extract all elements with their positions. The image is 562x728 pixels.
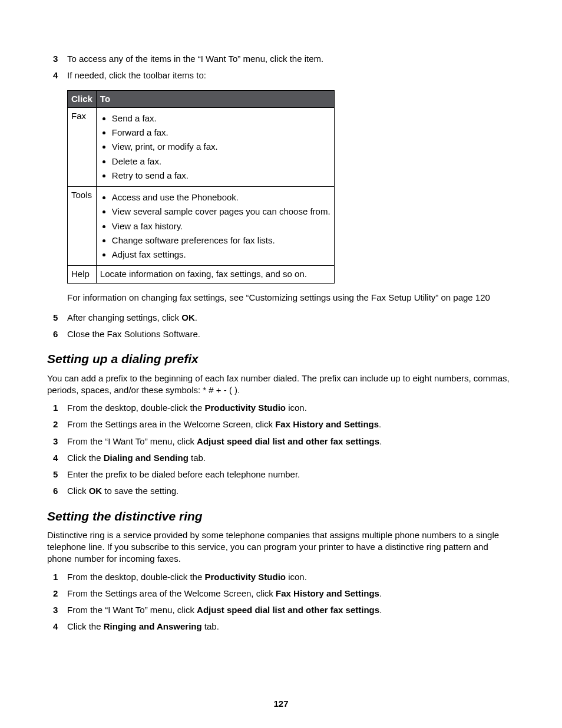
s2-step-4: 4 Click the Ringing and Answering tab. [67, 621, 515, 633]
list-item: Change software preferences for fax list… [112, 235, 330, 246]
step-text-bold: Adjust speed dial list and other fax set… [197, 605, 379, 615]
toolbar-table: Click To Fax Send a fax. Forward a fax. … [67, 90, 335, 284]
table-row-help: Help Locate information on faxing, fax s… [68, 266, 335, 283]
fax-list: Send a fax. Forward a fax. View, print, … [100, 113, 330, 182]
step-text-post: . [379, 588, 382, 598]
cell-fax-label: Fax [68, 107, 97, 186]
list-item: Adjust fax settings. [112, 249, 330, 261]
step-text-pre: Click the [67, 621, 104, 631]
list-item: View a fax history. [112, 220, 330, 232]
intro-distinctive-ring: Distinctive ring is a service provided b… [47, 529, 515, 565]
intro-dialing-prefix: You can add a prefix to the beginning of… [47, 373, 515, 397]
header-click: Click [68, 90, 97, 107]
step-5: 5 After changing settings, click OK. [67, 312, 515, 324]
cell-tools-content: Access and use the Phonebook. View sever… [96, 187, 334, 266]
step-text-post: icon. [286, 572, 307, 582]
step-number: 3 [53, 436, 58, 447]
step-number: 4 [53, 621, 58, 633]
step-4: 4 If needed, click the toolbar items to: [67, 70, 515, 81]
step-number: 2 [53, 419, 58, 430]
step-text-bold: Adjust speed dial list and other fax set… [197, 436, 379, 446]
after-table-note: For information on changing fax settings… [67, 292, 515, 304]
toolbar-table-block: Click To Fax Send a fax. Forward a fax. … [67, 90, 515, 284]
step-number: 6 [53, 485, 58, 497]
step-number: 4 [53, 452, 58, 464]
page-number: 127 [47, 698, 515, 710]
cell-help-content: Locate information on faxing, fax settin… [96, 266, 334, 283]
step-text-post: . [379, 605, 382, 615]
header-to: To [96, 90, 334, 107]
step-text-bold: Productivity Studio [204, 403, 286, 413]
s2-step-1: 1 From the desktop, double-click the Pro… [67, 571, 515, 583]
table-row-tools: Tools Access and use the Phonebook. View… [68, 187, 335, 266]
step-text-post: . [379, 419, 381, 429]
step-number: 3 [53, 53, 58, 65]
step-text-post: tab. [202, 621, 219, 631]
heading-distinctive-ring: Setting the distinctive ring [47, 508, 515, 525]
step-text-bold: Dialing and Sending [104, 453, 189, 463]
step-list-section1: 1 From the desktop, double-click the Pro… [47, 402, 515, 498]
step-number: 5 [53, 312, 58, 324]
step-text-pre: From the desktop, double-click the [67, 403, 204, 413]
list-item: Forward a fax. [112, 127, 330, 139]
step-6: 6 Close the Fax Solutions Software. [67, 328, 515, 340]
s1-step-1: 1 From the desktop, double-click the Pro… [67, 402, 515, 414]
table-row-fax: Fax Send a fax. Forward a fax. View, pri… [68, 107, 335, 186]
step-text-bold: OK [181, 312, 195, 322]
step-number: 6 [53, 328, 58, 340]
list-item: Send a fax. [112, 113, 330, 124]
step-list-top: 3 To access any of the items in the “I W… [47, 53, 515, 82]
step-text-pre: From the “I Want To” menu, click [67, 436, 197, 446]
cell-help-label: Help [68, 266, 97, 283]
step-text: Enter the prefix to be dialed before eac… [67, 469, 300, 479]
step-text-post: . [195, 312, 197, 322]
heading-dialing-prefix: Setting up a dialing prefix [47, 351, 515, 367]
step-text-post: to save the setting. [102, 486, 178, 496]
s2-step-2: 2 From the Settings area of the Welcome … [67, 588, 515, 599]
step-text-post: tab. [189, 453, 206, 463]
step-number: 2 [53, 588, 58, 599]
list-item: Delete a fax. [112, 156, 330, 167]
step-number: 1 [53, 571, 58, 583]
step-text-bold: OK [89, 486, 103, 496]
list-item: View, print, or modify a fax. [112, 141, 330, 153]
step-number: 3 [53, 604, 58, 616]
list-item: Retry to send a fax. [112, 170, 330, 182]
step-3: 3 To access any of the items in the “I W… [67, 53, 515, 65]
step-number: 5 [53, 469, 58, 480]
step-list-section2: 1 From the desktop, double-click the Pro… [47, 571, 515, 633]
s1-step-2: 2 From the Settings area in the Welcome … [67, 419, 515, 430]
step-text-bold: Fax History and Settings [275, 419, 379, 429]
s1-step-4: 4 Click the Dialing and Sending tab. [67, 452, 515, 464]
step-text-pre: From the desktop, double-click the [67, 572, 204, 582]
s1-step-6: 6 Click OK to save the setting. [67, 485, 515, 497]
tools-list: Access and use the Phonebook. View sever… [100, 192, 330, 261]
cell-tools-label: Tools [68, 187, 97, 266]
step-text-post: icon. [286, 403, 307, 413]
step-text-pre: Click the [67, 453, 104, 463]
s2-step-3: 3 From the “I Want To” menu, click Adjus… [67, 604, 515, 616]
list-item: View several sample cover pages you can … [112, 206, 330, 218]
step-text-bold: Fax History and Settings [276, 588, 379, 598]
cell-fax-content: Send a fax. Forward a fax. View, print, … [96, 107, 334, 186]
s1-step-5: 5 Enter the prefix to be dialed before e… [67, 469, 515, 480]
step-text-pre: From the Settings area of the Welcome Sc… [67, 588, 276, 598]
step-text-bold: Productivity Studio [204, 572, 286, 582]
step-text-post: . [379, 436, 382, 446]
step-list-top-cont: 5 After changing settings, click OK. 6 C… [47, 312, 515, 341]
table-header-row: Click To [68, 90, 335, 107]
s1-step-3: 3 From the “I Want To” menu, click Adjus… [67, 436, 515, 447]
step-text-pre: After changing settings, click [67, 312, 181, 322]
step-text-pre: From the “I Want To” menu, click [67, 605, 197, 615]
step-text-pre: From the Settings area in the Welcome Sc… [67, 419, 275, 429]
step-text: Close the Fax Solutions Software. [67, 329, 200, 339]
step-text: If needed, click the toolbar items to: [67, 70, 206, 80]
step-text-bold: Ringing and Answering [104, 621, 202, 631]
step-number: 4 [53, 70, 58, 81]
step-text: To access any of the items in the “I Wan… [67, 54, 323, 64]
list-item: Access and use the Phonebook. [112, 192, 330, 203]
step-text-pre: Click [67, 486, 89, 496]
step-number: 1 [53, 402, 58, 414]
